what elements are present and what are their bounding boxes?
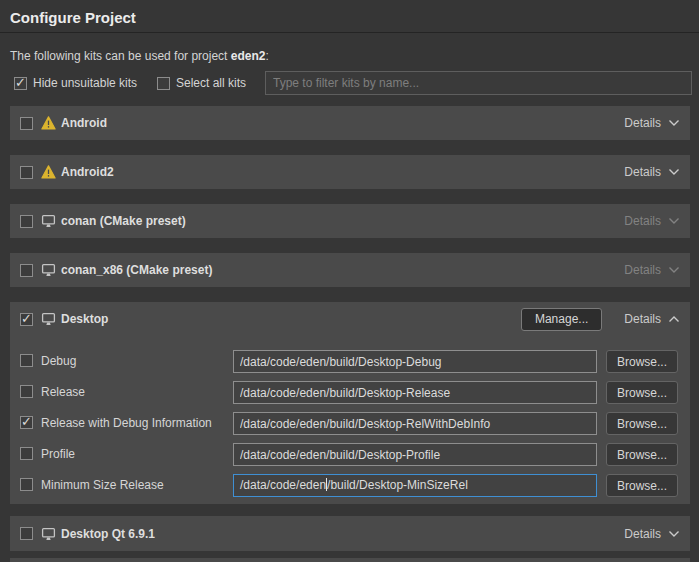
- intro-text: The following kits can be used for proje…: [10, 49, 269, 63]
- configure-project-page: Configure Project The following kits can…: [0, 0, 699, 562]
- chevron-down-icon: [668, 119, 680, 127]
- kit-row-desktop-qt: ✓ Desktop Qt 6.9.1 Details: [10, 516, 690, 551]
- config-checkbox-debug[interactable]: ✓: [20, 354, 33, 367]
- kit-checkbox-desktop[interactable]: ✓: [20, 313, 33, 326]
- desktop-icon: [41, 527, 56, 541]
- config-label: Minimum Size Release: [41, 478, 164, 492]
- path-after-caret: /build/Desktop-MinSizeRel: [327, 478, 468, 492]
- config-label: Profile: [41, 447, 75, 461]
- details-label: Details: [624, 312, 661, 326]
- manage-button[interactable]: Manage...: [521, 308, 602, 331]
- select-all-kits-control: ✓ Select all kits: [157, 76, 246, 90]
- kit-checkbox-desktop-qt[interactable]: ✓: [20, 527, 33, 540]
- kit-row-android: ✓ Android Details: [10, 106, 690, 140]
- kit-row-conan-x86: ✓ conan_x86 (CMake preset) Details: [10, 253, 690, 287]
- chevron-down-icon: [668, 266, 680, 274]
- desktop-icon: [41, 263, 56, 277]
- path-before-caret: /data/code/eden: [240, 478, 326, 492]
- kit-row-desktop: ✓ Desktop Manage... Details: [10, 302, 690, 336]
- kit-row-partial: [10, 558, 690, 562]
- details-button-android[interactable]: Details: [624, 116, 680, 130]
- kit-checkbox-conan[interactable]: ✓: [20, 215, 33, 228]
- details-button-android2[interactable]: Details: [624, 165, 680, 179]
- page-title: Configure Project: [10, 9, 136, 26]
- hide-unsuitable-kits-checkbox[interactable]: ✓: [14, 77, 27, 90]
- kit-checkbox-conan-x86[interactable]: ✓: [20, 264, 33, 277]
- browse-button-profile[interactable]: Browse...: [606, 443, 678, 466]
- chevron-down-icon: [668, 168, 680, 176]
- hide-unsuitable-kits-control: ✓ Hide unsuitable kits: [14, 76, 137, 90]
- config-row-release: ✓ Release Browse...: [10, 381, 690, 405]
- details-button-desktop-qt[interactable]: Details: [624, 527, 680, 541]
- details-button-desktop[interactable]: Details: [624, 312, 680, 326]
- chevron-up-icon: [668, 315, 680, 323]
- kit-name: conan (CMake preset): [61, 214, 186, 228]
- browse-button-release[interactable]: Browse...: [606, 381, 678, 404]
- intro-suffix: :: [265, 49, 268, 63]
- details-label: Details: [624, 263, 661, 277]
- config-row-relwithdebinfo: ✓ Release with Debug Information Browse.…: [10, 412, 690, 436]
- kit-name: Desktop: [61, 312, 108, 326]
- config-label: Debug: [41, 354, 76, 368]
- config-checkbox-minsizerel[interactable]: ✓: [20, 478, 33, 491]
- kit-name: Desktop Qt 6.9.1: [61, 527, 155, 541]
- details-button-conan[interactable]: Details: [624, 214, 680, 228]
- warning-icon: [41, 165, 56, 179]
- kit-name: Android2: [61, 165, 114, 179]
- config-row-minsizerel: ✓ Minimum Size Release /data/code/eden/b…: [10, 474, 690, 498]
- config-row-profile: ✓ Profile Browse...: [10, 443, 690, 467]
- checkmark-icon: ✓: [21, 414, 32, 429]
- kit-filter-input[interactable]: [265, 71, 692, 95]
- kit-name: Android: [61, 116, 107, 130]
- kit-row-conan: ✓ conan (CMake preset) Details: [10, 204, 690, 238]
- kit-name: conan_x86 (CMake preset): [61, 263, 212, 277]
- config-checkbox-profile[interactable]: ✓: [20, 447, 33, 460]
- browse-button-minsizerel[interactable]: Browse...: [606, 474, 678, 497]
- details-button-conan-x86[interactable]: Details: [624, 263, 680, 277]
- browse-button-debug[interactable]: Browse...: [606, 350, 678, 373]
- config-row-debug: ✓ Debug Browse...: [10, 350, 690, 374]
- header-divider: [0, 32, 699, 33]
- config-label: Release: [41, 385, 85, 399]
- config-checkbox-release[interactable]: ✓: [20, 385, 33, 398]
- browse-button-relwithdebinfo[interactable]: Browse...: [606, 412, 678, 435]
- project-name: eden2: [231, 49, 266, 63]
- select-all-kits-label: Select all kits: [176, 76, 246, 90]
- kit-panel-desktop: ✓ Desktop Manage... Details ✓ Debug Brow…: [10, 302, 690, 504]
- intro-prefix: The following kits can be used for proje…: [10, 49, 231, 63]
- build-path-input-profile[interactable]: [233, 443, 597, 466]
- checkmark-icon: ✓: [21, 311, 32, 326]
- chevron-down-icon: [668, 530, 680, 538]
- build-path-input-relwithdebinfo[interactable]: [233, 412, 597, 435]
- chevron-down-icon: [668, 217, 680, 225]
- checkmark-icon: ✓: [15, 75, 26, 90]
- hide-unsuitable-kits-label: Hide unsuitable kits: [33, 76, 137, 90]
- config-checkbox-relwithdebinfo[interactable]: ✓: [20, 416, 33, 429]
- kit-row-android2: ✓ Android2 Details: [10, 155, 690, 189]
- desktop-icon: [41, 214, 56, 228]
- build-path-input-release[interactable]: [233, 381, 597, 404]
- details-label: Details: [624, 165, 661, 179]
- details-label: Details: [624, 527, 661, 541]
- details-label: Details: [624, 214, 661, 228]
- kit-checkbox-android[interactable]: ✓: [20, 117, 33, 130]
- build-path-input-minsizerel[interactable]: /data/code/eden/build/Desktop-MinSizeRel: [233, 474, 597, 497]
- warning-icon: [41, 116, 56, 130]
- desktop-icon: [41, 312, 56, 326]
- details-label: Details: [624, 116, 661, 130]
- config-label: Release with Debug Information: [41, 416, 212, 430]
- select-all-kits-checkbox[interactable]: ✓: [157, 77, 170, 90]
- build-path-input-debug[interactable]: [233, 350, 597, 373]
- kit-checkbox-android2[interactable]: ✓: [20, 166, 33, 179]
